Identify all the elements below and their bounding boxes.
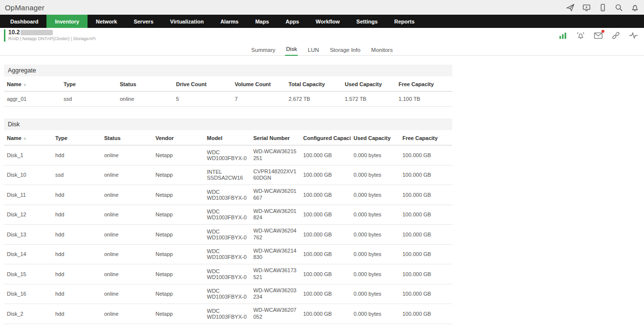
table-row[interactable]: Disk_2hddonlineNetappWDC WD1003FBYX-0WD-… (4, 304, 452, 324)
table-cell: Disk_16 (4, 284, 52, 304)
detail-tabs: SummaryDiskLUNStorage InfoMonitors (0, 43, 644, 56)
table-row[interactable]: Disk_15hddonlineNetappWDC WD1003FBYX-0WD… (4, 264, 452, 284)
device-action-icons (558, 31, 638, 40)
nav-item-dashboard[interactable]: Dashboard (2, 15, 46, 28)
activity-icon[interactable] (629, 31, 638, 40)
column-header[interactable]: Free Capacity (400, 131, 452, 145)
device-name-text: 10.2 (8, 29, 20, 36)
table-row[interactable]: Disk_3hddonlineNetappWDC WD1003FBYX-0WD-… (4, 324, 452, 328)
search-icon[interactable] (615, 3, 623, 12)
table-cell: online (101, 165, 153, 185)
table-cell: WD-WCAW36214830 (250, 244, 300, 264)
table-row[interactable]: Disk_16hddonlineNetappWDC WD1003FBYX-0WD… (4, 284, 452, 304)
table-cell: 1.100 TB (396, 92, 452, 107)
table-cell: 100.000 GB (400, 165, 452, 185)
table-cell: WDC WD1003FBYX-0 (204, 284, 250, 304)
column-header[interactable]: Type (61, 77, 117, 92)
tab-monitors[interactable]: Monitors (370, 45, 394, 56)
topbar: OpManager (0, 0, 644, 15)
table-row[interactable]: Disk_12hddonlineNetappWDC WD1003FBYX-0WD… (4, 205, 452, 225)
tab-lun[interactable]: LUN (307, 45, 320, 56)
column-header[interactable]: Name▲ (4, 131, 52, 145)
table-cell: online (101, 145, 153, 165)
nav-item-apps[interactable]: Apps (277, 15, 308, 28)
table-cell: Netapp (153, 264, 204, 284)
phone-icon[interactable] (599, 3, 607, 12)
table-cell: online (101, 225, 153, 245)
column-header[interactable]: Model (204, 131, 250, 145)
table-cell: Disk_11 (4, 185, 52, 205)
table-cell: Netapp (153, 324, 204, 328)
table-cell: Disk_2 (4, 304, 52, 324)
link-icon[interactable] (611, 31, 621, 40)
table-cell: 0.000 bytes (351, 264, 400, 284)
aggregate-table: Name▲TypeStatusDrive CountVolume CountTo… (4, 77, 452, 107)
column-header[interactable]: Total Capacity (286, 77, 342, 92)
table-cell: WD-WCAW36201824 (250, 205, 300, 225)
table-cell: WDC WD1003FBYX-0 (204, 264, 250, 284)
table-cell: 100.000 GB (400, 284, 452, 304)
nav-item-alarms[interactable]: Alarms (212, 15, 247, 28)
column-header[interactable]: Status (117, 77, 173, 92)
video-monitor-icon[interactable] (582, 3, 591, 12)
nav-item-workflow[interactable]: Workflow (308, 15, 348, 28)
table-cell: hdd (52, 225, 101, 245)
table-row[interactable]: Disk_13hddonlineNetappWDC WD1003FBYX-0WD… (4, 225, 452, 245)
column-header[interactable]: Used Capacity (351, 131, 400, 145)
bell-icon[interactable] (631, 3, 639, 12)
nav-item-network[interactable]: Network (88, 15, 125, 28)
mail-icon[interactable] (594, 31, 603, 40)
bar-chart-icon[interactable] (558, 31, 568, 40)
table-row[interactable]: Disk_10ssdonlineNetappINTEL SSDSA2CW16CV… (4, 165, 452, 185)
disk-table: Name▲TypeStatusVendorModelSerial NumberC… (4, 131, 452, 328)
aggregate-section: Aggregate Name▲TypeStatusDrive CountVolu… (4, 65, 456, 107)
paper-plane-icon[interactable] (566, 3, 575, 12)
table-cell: 0.000 bytes (351, 185, 400, 205)
tab-disk[interactable]: Disk (285, 44, 298, 56)
table-cell: ssd (61, 92, 117, 107)
column-header[interactable]: Serial Number (250, 131, 300, 145)
column-header[interactable]: Name▲ (4, 77, 61, 92)
table-cell: Disk_14 (4, 244, 52, 264)
nav-item-virtualization[interactable]: Virtualization (162, 15, 212, 28)
column-header[interactable]: Type (52, 131, 101, 145)
table-row[interactable]: Disk_14hddonlineNetappWDC WD1003FBYX-0WD… (4, 244, 452, 264)
table-cell: WDC WD1003FBYX-0 (204, 304, 250, 324)
table-cell: 100.000 GB (300, 264, 351, 284)
column-header[interactable]: Vendor (153, 131, 204, 145)
table-cell: hdd (52, 205, 101, 225)
table-cell: WD-WCAW36203234 (250, 284, 300, 304)
nav-item-settings[interactable]: Settings (348, 15, 386, 28)
table-cell: WDC WD1003FBYX-0 (204, 225, 250, 245)
table-cell: 100.000 GB (400, 264, 452, 284)
table-cell: 100.000 GB (300, 205, 351, 225)
nav-item-inventory[interactable]: Inventory (46, 15, 88, 28)
column-header[interactable]: Status (101, 131, 153, 145)
table-row[interactable]: Disk_1hddonlineNetappWDC WD1003FBYX-0WD-… (4, 145, 452, 165)
column-header[interactable]: Used Capacity (342, 77, 396, 92)
table-cell: 0.000 bytes (351, 324, 400, 328)
table-cell: 100.000 GB (400, 185, 452, 205)
table-cell: WD-WCAW36173521 (250, 264, 300, 284)
table-cell: Disk_3 (4, 324, 52, 328)
table-row[interactable]: aggr_01ssdonline572.672 TB1.572 TB1.100 … (4, 92, 452, 107)
table-cell: 100.000 GB (400, 205, 452, 225)
table-cell: online (117, 92, 173, 107)
unread-badge (601, 30, 604, 33)
nav-item-maps[interactable]: Maps (247, 15, 277, 28)
column-header[interactable]: Configured Capacity (300, 131, 351, 145)
table-cell: online (101, 304, 153, 324)
alarm-bell-icon[interactable] (576, 31, 585, 40)
column-header[interactable]: Free Capacity (396, 77, 452, 92)
nav-item-reports[interactable]: Reports (386, 15, 423, 28)
table-row[interactable]: Disk_11hddonlineNetappWDC WD1003FBYX-0WD… (4, 185, 452, 205)
nav-item-servers[interactable]: Servers (125, 15, 161, 28)
tab-summary[interactable]: Summary (250, 45, 276, 56)
column-header[interactable]: Volume Count (232, 77, 286, 92)
table-cell: online (101, 244, 153, 264)
table-cell: Netapp (153, 165, 204, 185)
tab-storage-info[interactable]: Storage Info (329, 45, 361, 56)
column-header[interactable]: Drive Count (173, 77, 232, 92)
table-cell: online (101, 205, 153, 225)
content: Aggregate Name▲TypeStatusDrive CountVolu… (0, 56, 456, 328)
